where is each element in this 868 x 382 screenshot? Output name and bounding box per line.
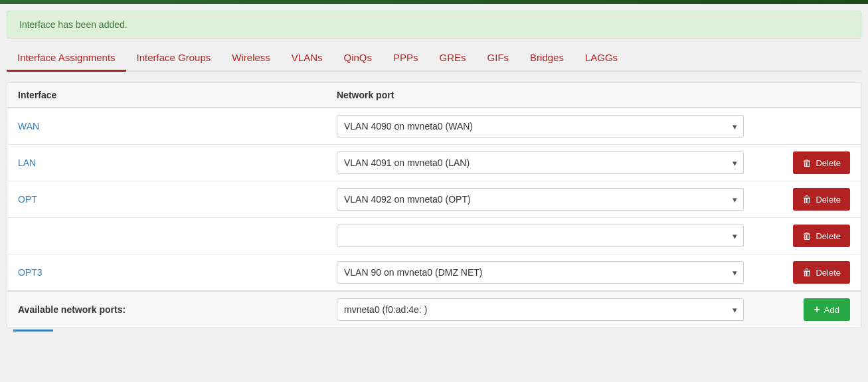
interface-cell: LAN xyxy=(18,157,337,168)
available-label: Available network ports: xyxy=(18,304,337,315)
delete-button-opt[interactable]: 🗑Delete xyxy=(793,188,850,211)
available-network-port-select[interactable]: mvneta0 (f0:ad:4e: ) xyxy=(337,298,744,321)
col-network-port-header: Network port xyxy=(337,90,744,100)
tab-ppps[interactable]: PPPs xyxy=(383,45,429,72)
actions-cell-empty: 🗑Delete xyxy=(744,225,850,247)
network-port-cell-opt: VLAN 4092 on mvneta0 (OPT) xyxy=(337,188,744,211)
actions-cell-opt3: 🗑Delete xyxy=(744,261,850,284)
interface-link-lan[interactable]: LAN xyxy=(18,157,36,168)
table-header: Interface Network port xyxy=(7,83,861,108)
network-port-select-wan[interactable]: VLAN 4090 on mvneta0 (WAN) xyxy=(337,115,744,138)
tab-qinqs[interactable]: QinQs xyxy=(333,45,383,72)
tab-wireless[interactable]: Wireless xyxy=(221,45,281,72)
add-label: Add xyxy=(824,305,839,315)
col-actions-header xyxy=(744,90,850,100)
network-port-cell-lan: VLAN 4091 on mvneta0 (LAN) xyxy=(337,151,744,174)
delete-label: Delete xyxy=(816,268,841,278)
add-button[interactable]: + Add xyxy=(804,298,850,321)
success-message: Interface has been added. xyxy=(19,19,128,30)
network-port-select-empty[interactable] xyxy=(337,225,744,247)
network-port-select-opt3[interactable]: VLAN 90 on mvneta0 (DMZ NET) xyxy=(337,261,744,284)
actions-cell-opt: 🗑Delete xyxy=(744,188,850,211)
table-rows: WANVLAN 4090 on mvneta0 (WAN)LANVLAN 409… xyxy=(7,108,861,290)
trash-icon: 🗑 xyxy=(802,231,812,241)
tab-gifs[interactable]: GIFs xyxy=(477,45,520,72)
delete-label: Delete xyxy=(816,231,841,241)
trash-icon: 🗑 xyxy=(802,194,812,205)
delete-label: Delete xyxy=(816,158,841,168)
interface-cell: WAN xyxy=(18,121,337,132)
delete-button-lan[interactable]: 🗑Delete xyxy=(793,151,850,174)
table-row: OPT3VLAN 90 on mvneta0 (DMZ NET)🗑Delete xyxy=(7,254,861,290)
interface-cell: OPT xyxy=(18,194,337,205)
delete-label: Delete xyxy=(816,195,841,205)
tab-gres[interactable]: GREs xyxy=(429,45,477,72)
table-row: 🗑Delete xyxy=(7,218,861,254)
network-port-select-lan[interactable]: VLAN 4091 on mvneta0 (LAN) xyxy=(337,151,744,174)
table-wrapper: Interface Network port WANVLAN 4090 on m… xyxy=(7,82,861,328)
available-row: Available network ports: mvneta0 (f0:ad:… xyxy=(7,290,861,328)
trash-icon: 🗑 xyxy=(802,267,812,278)
content: Interface Network port WANVLAN 4090 on m… xyxy=(0,72,868,342)
tabs: Interface AssignmentsInterface GroupsWir… xyxy=(7,45,861,72)
delete-button-opt3[interactable]: 🗑Delete xyxy=(793,261,850,284)
interface-cell: OPT3 xyxy=(18,267,337,278)
tab-interface-assignments[interactable]: Interface Assignments xyxy=(7,45,126,72)
trash-icon: 🗑 xyxy=(802,157,812,168)
actions-cell-lan: 🗑Delete xyxy=(744,151,850,174)
network-port-select-opt[interactable]: VLAN 4092 on mvneta0 (OPT) xyxy=(337,188,744,211)
tab-laggs[interactable]: LAGGs xyxy=(574,45,628,72)
interface-link-opt[interactable]: OPT xyxy=(18,194,37,205)
table-row: OPTVLAN 4092 on mvneta0 (OPT)🗑Delete xyxy=(7,181,861,218)
network-port-cell-empty xyxy=(337,225,744,247)
table-row: LANVLAN 4091 on mvneta0 (LAN)🗑Delete xyxy=(7,145,861,181)
success-banner: Interface has been added. xyxy=(7,11,861,39)
delete-button-empty[interactable]: 🗑Delete xyxy=(793,225,850,247)
available-select-wrapper: mvneta0 (f0:ad:4e: ) xyxy=(337,298,744,321)
top-bar xyxy=(0,0,868,4)
tab-vlans[interactable]: VLANs xyxy=(281,45,333,72)
network-port-cell-opt3: VLAN 90 on mvneta0 (DMZ NET) xyxy=(337,261,744,284)
network-port-cell-wan: VLAN 4090 on mvneta0 (WAN) xyxy=(337,115,744,138)
bottom-border xyxy=(13,330,53,332)
tab-interface-groups[interactable]: Interface Groups xyxy=(126,45,222,72)
tab-bridges[interactable]: Bridges xyxy=(519,45,574,72)
col-interface-header: Interface xyxy=(18,90,337,100)
interface-link-wan[interactable]: WAN xyxy=(18,121,39,132)
table-row: WANVLAN 4090 on mvneta0 (WAN) xyxy=(7,108,861,145)
tabs-container: Interface AssignmentsInterface GroupsWir… xyxy=(0,39,868,72)
plus-icon: + xyxy=(814,304,820,316)
interface-link-opt3[interactable]: OPT3 xyxy=(18,267,43,278)
